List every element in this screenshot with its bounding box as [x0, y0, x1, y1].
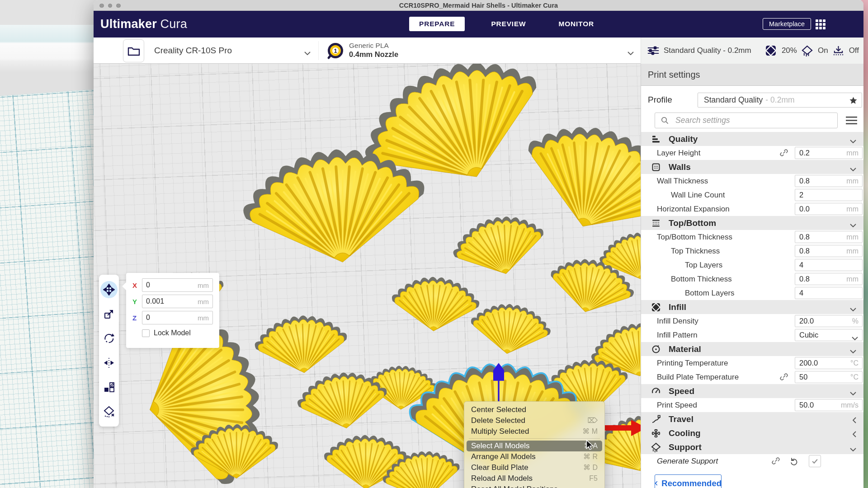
section-support[interactable]: Support	[641, 440, 863, 454]
section-travel[interactable]: Travel	[641, 412, 863, 426]
setting-print-speed: Print Speed50.0mm/s	[641, 398, 863, 412]
setting-build-plate-temperature: Build Plate Temperature50°C	[641, 370, 863, 384]
menu-item-clear-build-plate[interactable]: Clear Build Plate⌘ D	[467, 462, 602, 473]
section-material[interactable]: Material	[641, 342, 863, 356]
revert-icon[interactable]	[789, 456, 798, 465]
menu-item-delete-selected[interactable]: Delete Selected⌦	[467, 415, 602, 426]
star-icon[interactable]	[849, 96, 858, 105]
model-shell[interactable]	[467, 299, 553, 359]
setting-label: Wall Thickness	[641, 177, 708, 186]
setting-label: Layer Height	[641, 149, 700, 158]
lock-model-row: Lock Model	[142, 329, 213, 337]
build-plate-temperature-input[interactable]: 50°C	[795, 371, 863, 383]
setting-printing-temperature: Printing Temperature200.0°C	[641, 356, 863, 370]
menu-item-select-all-models[interactable]: Select All Models⌘ A	[467, 441, 602, 451]
chevron-left-icon	[853, 417, 856, 425]
menu-item-reload-all-models[interactable]: Reload All ModelsF5	[467, 473, 602, 484]
section-quality[interactable]: Quality	[641, 132, 863, 146]
lock-model-checkbox[interactable]	[142, 329, 150, 337]
menu-item-reset-all-model-positions[interactable]: Reset All Model Positions	[467, 484, 602, 488]
top-bottom-thickness-input[interactable]: 0.8mm	[795, 231, 863, 243]
setting-unit: mm	[846, 233, 859, 241]
setting-label: Horizontal Expansion	[641, 205, 730, 214]
model-shell[interactable]	[448, 207, 551, 285]
section-top-bottom[interactable]: Top/Bottom	[641, 216, 863, 230]
setting-label: Print Speed	[641, 401, 697, 410]
setting-layer-height: Layer Height0.2mm	[641, 146, 863, 160]
material-label: Generic PLA 0.4mm Nozzle	[349, 41, 398, 59]
printer-selector[interactable]: Creality CR-10S Pro	[149, 38, 315, 64]
print-speed-input[interactable]: 50.0mm/s	[795, 399, 863, 411]
section-label: Infill	[669, 302, 686, 312]
search-icon	[660, 116, 669, 125]
chevron-down-icon	[304, 49, 311, 57]
tab-prepare[interactable]: PREPARE	[409, 17, 465, 31]
section-walls[interactable]: Walls	[641, 160, 863, 174]
section-infill[interactable]: Infill	[641, 300, 863, 314]
menu-item-multiply-selected[interactable]: Multiply Selected⌘ M	[467, 426, 602, 437]
generate-support-checkbox[interactable]	[809, 455, 821, 467]
top-thickness-input[interactable]: 0.8mm	[795, 245, 863, 257]
menu-item-arrange-all-models[interactable]: Arrange All Models⌘ R	[467, 451, 602, 462]
model-shell[interactable]	[252, 311, 350, 378]
wall-thickness-input[interactable]: 0.8mm	[795, 175, 863, 187]
setting-label: Top Layers	[641, 261, 722, 270]
extruder-number: 1	[334, 47, 337, 54]
infill-pattern-input[interactable]: Cubic	[795, 329, 863, 341]
tab-preview[interactable]: PREVIEW	[485, 17, 532, 31]
setting-unit: %	[852, 317, 859, 325]
printing-temperature-input[interactable]: 200.0°C	[795, 357, 863, 369]
bottom-layers-input[interactable]: 4	[795, 287, 863, 299]
x-position-input[interactable]: 0 mm	[142, 278, 213, 292]
move-tool-button[interactable]	[100, 281, 118, 298]
logo-primary: Ultimaker	[100, 17, 157, 31]
print-setup-summary[interactable]: Standard Quality - 0.2mm 20% On Off	[641, 38, 863, 64]
link-icon	[779, 148, 788, 157]
printer-name: Creality CR-10S Pro	[154, 46, 232, 56]
x-axis-label: X	[132, 282, 138, 289]
menu-separator	[469, 438, 600, 439]
setting-unit: mm	[846, 149, 859, 157]
setting-label: Wall Line Count	[641, 191, 725, 200]
model-shell[interactable]	[390, 274, 481, 334]
section-cooling[interactable]: Cooling	[641, 426, 863, 440]
setting-infill-pattern: Infill PatternCubic	[641, 328, 863, 342]
per-model-settings-button[interactable]	[100, 379, 118, 396]
scale-tool-button[interactable]	[100, 305, 118, 323]
recommended-button[interactable]: ‹ Recommended	[655, 474, 722, 488]
search-input[interactable]	[675, 115, 824, 126]
settings-menu-icon[interactable]	[845, 116, 858, 125]
bottom-thickness-input[interactable]: 0.8mm	[795, 273, 863, 285]
summary-infill: 20%	[782, 46, 797, 55]
mirror-tool-button[interactable]	[100, 354, 118, 371]
summary-profile: Standard Quality - 0.2mm	[664, 46, 751, 55]
apps-grid-icon[interactable]	[816, 19, 826, 29]
wall-line-count-input[interactable]: 2	[795, 189, 863, 201]
y-position-input[interactable]: 0.001 mm	[142, 295, 213, 308]
menu-shortcut: F5	[589, 473, 598, 484]
section-label: Top/Bottom	[669, 218, 716, 228]
horizontal-expansion-input[interactable]: 0.0mm	[795, 203, 863, 215]
marketplace-button[interactable]: Marketplace	[763, 18, 811, 30]
infill-density-input[interactable]: 20.0%	[795, 315, 863, 327]
profile-row: Profile Standard Quality - 0.2mm	[641, 92, 863, 109]
material-selector[interactable]: 1 Generic PLA 0.4mm Nozzle	[322, 38, 638, 64]
menu-item-center-selected[interactable]: Center Selected	[467, 404, 602, 415]
setting-unit: mm	[846, 177, 859, 185]
setting-wall-line-count: Wall Line Count2	[641, 188, 863, 202]
material-icon	[651, 344, 661, 354]
profile-dropdown[interactable]: Standard Quality - 0.2mm	[698, 93, 862, 108]
layer-height-input[interactable]: 0.2mm	[795, 147, 863, 159]
chevron-left-icon: ‹	[655, 477, 658, 488]
search-box[interactable]	[655, 113, 838, 128]
open-file-button[interactable]	[123, 39, 144, 62]
z-position-input[interactable]: 0 mm	[142, 311, 213, 324]
divider	[318, 41, 319, 60]
support-blocker-button[interactable]	[100, 403, 118, 420]
section-speed[interactable]: Speed	[641, 384, 863, 398]
tab-monitor[interactable]: MONITOR	[552, 17, 600, 31]
menu-shortcut: ⌘ M	[582, 426, 598, 437]
top-layers-input[interactable]: 4	[795, 259, 863, 271]
extruder-icon: 1	[326, 42, 344, 60]
rotate-tool-button[interactable]	[100, 330, 118, 347]
